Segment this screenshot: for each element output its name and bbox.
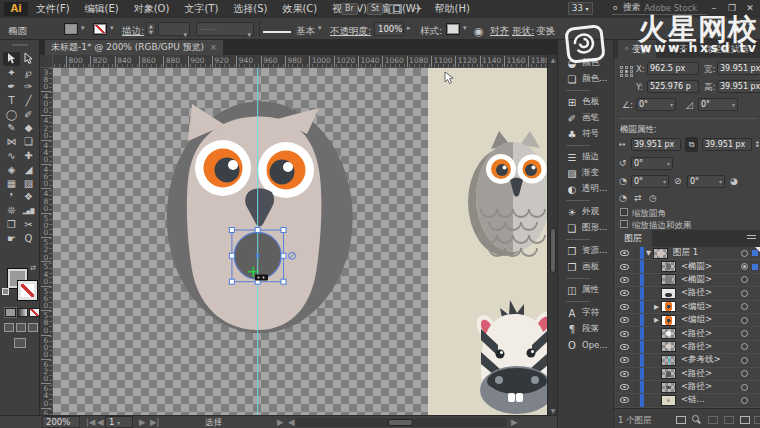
close-button[interactable]: ✕ [742, 1, 758, 16]
gradient-mode-button[interactable] [17, 308, 28, 317]
panel-handle[interactable] [12, 44, 28, 46]
draw-inside-button[interactable] [28, 323, 38, 332]
selection-tool[interactable] [3, 52, 20, 66]
app-logo[interactable]: Ai [4, 2, 28, 16]
panel-button-color-guide[interactable]: ❏颜色... [558, 71, 613, 87]
graph-tool[interactable]: ▂▅█ [20, 204, 37, 218]
layer-name[interactable]: <椭圆> [676, 274, 741, 286]
fill-swatch[interactable] [64, 23, 78, 35]
visibility-cell[interactable] [614, 247, 636, 259]
visibility-cell[interactable] [614, 368, 636, 380]
target-circle-icon[interactable] [741, 357, 748, 364]
menu-item[interactable]: 对象(O) [134, 2, 170, 16]
horizontal-scrollbar[interactable] [295, 418, 507, 427]
screen-mode-button[interactable] [14, 338, 26, 348]
layer-name[interactable]: 图层 1 [668, 247, 741, 259]
vertical-ruler[interactable]: 3 8 04 0 04 2 04 4 04 6 04 8 05 0 05 2 0… [40, 68, 53, 415]
slice-tool[interactable]: ✂ [20, 218, 37, 232]
owl-artwork[interactable] [167, 101, 353, 333]
panel-button-symbols[interactable]: ♣符号 [558, 126, 613, 142]
target-circle-icon[interactable] [741, 276, 748, 283]
layer-row[interactable]: ▶<编组> [614, 301, 760, 314]
layers-menu-icon[interactable] [747, 234, 756, 241]
prev-artboard-icon[interactable]: ◀ [97, 417, 104, 428]
panel-button-graphic-styles[interactable]: ❑图形... [558, 220, 613, 236]
vertical-scrollbar-thumb[interactable] [550, 228, 556, 273]
draw-normal-button[interactable] [4, 323, 14, 332]
shape-link[interactable]: 形状: [512, 25, 534, 38]
panel-button-artboards[interactable]: ❐画板 [558, 259, 613, 275]
delete-layer-icon[interactable] [754, 416, 760, 424]
target-circle-icon[interactable] [741, 370, 748, 377]
stroke-weight-field[interactable]: ▾ [158, 22, 190, 36]
tab-close-icon[interactable]: × [210, 43, 217, 52]
draw-behind-button[interactable] [16, 323, 26, 332]
default-fill-stroke-icon[interactable] [2, 288, 9, 295]
collect-for-export-icon[interactable] [676, 416, 686, 424]
stroke-swatch[interactable] [93, 23, 107, 35]
layer-row[interactable]: <路径> [614, 327, 760, 340]
stroke-stepper[interactable]: ▲▼ [146, 22, 156, 36]
new-sublayer-icon[interactable] [724, 416, 734, 424]
last-artboard-icon[interactable]: ▶| [150, 417, 159, 428]
layers-tab[interactable]: 图层 [614, 230, 652, 247]
lasso-tool[interactable]: ℘ [20, 66, 37, 80]
gradient-tool[interactable]: ▨ [20, 176, 37, 190]
layer-name[interactable]: <路径> [676, 341, 741, 353]
artboard-nav-field[interactable]: 1 ▾ [105, 416, 133, 428]
pie-link-icon[interactable]: ⊘ [674, 176, 682, 186]
panel-button-brushes[interactable]: ✐画笔 [558, 110, 613, 126]
hand-tool[interactable]: ☛ [3, 231, 20, 245]
target-circle-icon[interactable] [741, 343, 748, 350]
paintbrush-tool[interactable]: ✐ [20, 107, 37, 121]
none-mode-button[interactable] [29, 308, 40, 317]
stock-button[interactable]: St [367, 3, 383, 15]
layer-row[interactable]: <路径> [614, 287, 760, 300]
bridge-button[interactable]: Br [341, 3, 358, 15]
eraser-tool[interactable]: ◆ [20, 121, 37, 135]
layer-row[interactable]: <路径> [614, 381, 760, 394]
expand-caret-icon[interactable]: ▶ [652, 316, 661, 324]
eyedropper-tool[interactable]: ❜ [3, 190, 20, 204]
variable-width-profile[interactable]: ——▾ [196, 22, 254, 36]
layer-name[interactable]: <链... [676, 394, 741, 406]
make-mask-icon[interactable] [708, 416, 718, 424]
layer-row[interactable]: ▼图层 1 [614, 247, 760, 260]
menu-item[interactable]: 文件(F) [36, 2, 70, 16]
pencil-tool[interactable]: ✎ [3, 121, 20, 135]
swap-fill-stroke-icon[interactable]: ⇄ [30, 264, 36, 272]
layer-name[interactable]: <路径> [676, 328, 741, 340]
line-tool[interactable]: ╱ [20, 93, 37, 107]
direct-selection-tool[interactable] [20, 52, 37, 66]
symbol-sprayer-tool[interactable]: ❊ [3, 204, 20, 218]
curvature-tool[interactable]: ✑ [20, 80, 37, 94]
recolor-artwork-icon[interactable]: ◉ [474, 25, 484, 38]
blend-tool[interactable]: ❖ [20, 190, 37, 204]
layer-row[interactable]: <椭圆> [614, 274, 760, 287]
zoom-badge[interactable]: 33 ▾ [568, 2, 593, 15]
panel-tab-transform[interactable]: ◦ 变换 [618, 40, 656, 58]
opacity-field[interactable]: 100% [374, 22, 404, 36]
ellipse-tool[interactable]: ◯ [3, 107, 20, 121]
visibility-cell[interactable] [614, 394, 636, 406]
new-layer-icon[interactable] [740, 416, 750, 424]
expand-caret-icon[interactable]: ▶ [652, 303, 661, 311]
panel-button-appearance[interactable]: ☀外观 [558, 204, 613, 220]
pen-tool[interactable]: ✒ [3, 80, 20, 94]
color-mode-button[interactable] [5, 308, 16, 317]
rotate-field[interactable]: 0°▾ [636, 98, 676, 111]
ellipse-height-field[interactable]: 39.951 px [702, 138, 752, 151]
stroke-color-indicator[interactable] [17, 280, 38, 301]
layer-name[interactable]: <编组> [676, 301, 741, 313]
visibility-cell[interactable] [614, 327, 636, 339]
visibility-cell[interactable] [614, 354, 636, 366]
target-circle-icon[interactable] [741, 303, 748, 310]
workspace-switcher-icon[interactable] [388, 4, 402, 14]
layer-name[interactable]: <编组> [676, 314, 741, 326]
brush-definition[interactable]: 基本 [296, 25, 315, 38]
panel-button-opentype[interactable]: OOpe... [558, 337, 613, 353]
height-field[interactable]: 39.951 px [717, 80, 760, 93]
target-circle-icon[interactable] [741, 384, 748, 391]
pie-end-field[interactable]: 0°▾ [687, 175, 725, 188]
layer-row[interactable]: <路径> [614, 368, 760, 381]
